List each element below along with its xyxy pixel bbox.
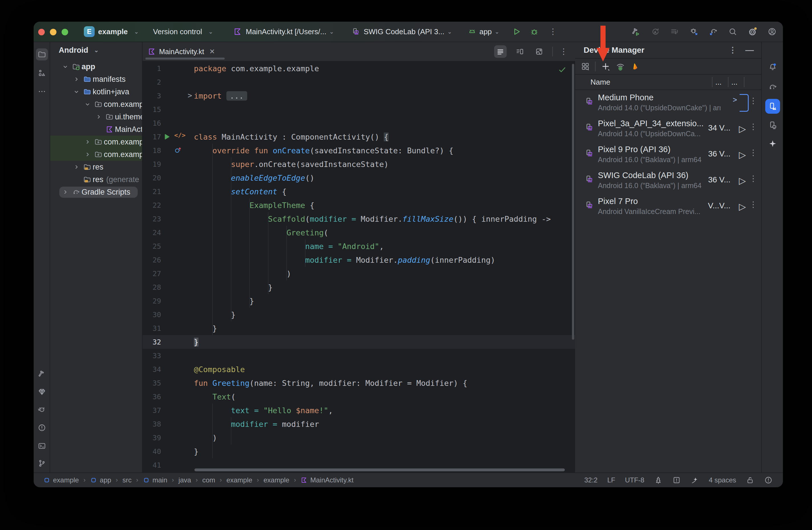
code-line-32[interactable]: 32} (143, 335, 575, 349)
chevron-right-icon[interactable] (93, 114, 104, 120)
tree-item-com-examp[interactable]: com.examp (50, 148, 142, 161)
code-line-3[interactable]: 3>import ... (143, 89, 575, 103)
code-line-21[interactable]: 21 setContent { (143, 185, 575, 198)
tool-strip-item-build[interactable] (36, 368, 48, 380)
device-options-button[interactable]: ⋮ (749, 201, 757, 209)
tool-strip-item-logcat[interactable] (36, 404, 48, 416)
target-device-selector[interactable]: SWIG CodeLab (API 3... (363, 27, 444, 36)
code-line-19[interactable]: 19 super.onCreate(savedInstanceState) (143, 157, 575, 171)
editor-horizontal-scrollbar[interactable] (194, 469, 565, 471)
code-line-16[interactable]: 16 (143, 116, 575, 130)
code-line-35[interactable]: 35fun Greeting(name: String, modifier: M… (143, 376, 575, 390)
chevron-right-icon[interactable] (71, 76, 82, 83)
breadcrumb-item-com[interactable]: com (202, 476, 215, 484)
code-line-26[interactable]: 26 modifier = Modifier.padding(innerPadd… (143, 253, 575, 267)
panel-options-button[interactable]: ⋮ (729, 46, 737, 54)
breadcrumb-item-example[interactable]: example (263, 476, 289, 484)
chevron-right-icon[interactable] (71, 164, 82, 171)
code-line-38[interactable]: 38 modifier = modifier (143, 417, 575, 431)
maximize-window-button[interactable] (62, 29, 68, 35)
device-row-swig-codelab-api-36-[interactable]: SWIG CodeLab (API 36)Android 16.0 ("Bakl… (575, 168, 761, 194)
code-line-31[interactable]: 31 } (143, 321, 575, 335)
code-line-23[interactable]: 23 Scaffold(modifier = Modifier.fillMaxS… (143, 212, 575, 226)
breadcrumb-item-java[interactable]: java (178, 476, 191, 484)
code-line-17[interactable]: 17</>class MainActivity : ComponentActiv… (143, 130, 575, 144)
tool-strip-item-problems[interactable] (36, 422, 48, 434)
account-avatar-button[interactable] (768, 27, 777, 36)
breadcrumb-item-example[interactable]: example (227, 476, 252, 484)
column-divider[interactable] (712, 77, 712, 87)
ai-assistant-disabled-icon[interactable] (691, 476, 699, 484)
caret-position-widget[interactable]: 32:2 (584, 476, 598, 484)
code-line-36[interactable]: 36 Text( (143, 390, 575, 403)
project-name-widget[interactable]: example (98, 27, 128, 36)
code-line-39[interactable]: 39 ) (143, 431, 575, 444)
device-options-button[interactable]: ⋮ (749, 175, 757, 183)
device-row-pixel-7-pro[interactable]: Pixel 7 ProAndroid VanillaIceCream Previ… (575, 194, 761, 220)
code-line-29[interactable]: 29 } (143, 294, 575, 308)
breadcrumb-item-example[interactable]: example (43, 476, 79, 484)
column-divider[interactable] (728, 77, 728, 87)
code-line-20[interactable]: 20 enableEdgeToEdge() (143, 171, 575, 185)
code-line-15[interactable]: 15 (143, 103, 575, 116)
code-line-2[interactable]: 2 (143, 75, 575, 89)
search-everywhere-button[interactable] (728, 27, 737, 36)
tree-item-manifests[interactable]: manifests (50, 73, 142, 86)
device-options-button[interactable]: ⋮ (749, 123, 757, 131)
device-type-filter-button[interactable] (581, 62, 590, 71)
tool-strip-item-device-manager[interactable] (765, 99, 780, 114)
chevron-down-icon[interactable] (82, 101, 93, 108)
code-view-button[interactable] (494, 45, 507, 58)
expand-device-details-button[interactable]: > (740, 94, 749, 112)
file-path-widget[interactable]: MainActivity.kt [/Users/... (246, 27, 327, 36)
device-row-medium-phone[interactable]: Medium PhoneAndroid 14.0 ("UpsideDownCak… (575, 90, 761, 116)
firebase-device-streaming-button[interactable] (630, 62, 639, 71)
pair-wifi-device-button[interactable] (615, 61, 625, 71)
composable-preview-gutter-icon[interactable]: </> (174, 132, 186, 139)
highlighting-level-icon[interactable] (654, 476, 663, 484)
chevron-down-icon[interactable] (71, 88, 82, 95)
start-device-button[interactable]: ▷ (739, 201, 746, 212)
start-device-button[interactable]: ▷ (739, 149, 746, 160)
tree-item-gradle-scripts[interactable]: Gradle Scripts (50, 186, 142, 198)
code-line-25[interactable]: 25 name = "Android", (143, 239, 575, 253)
column-divider[interactable] (744, 77, 744, 87)
tool-strip-item-project[interactable] (36, 48, 48, 60)
more-run-options-button[interactable]: ⋮ (549, 28, 557, 35)
code-line-40[interactable]: 40} (143, 444, 575, 458)
build-project-button[interactable] (631, 27, 640, 36)
project-view-selector[interactable]: Android ⌄ (50, 42, 142, 58)
device-row-pixel-3a-api-34-extensio-[interactable]: Pixel_3a_API_34_extensio...Android 14.0 … (575, 116, 761, 142)
tool-strip-item-terminal[interactable] (36, 440, 48, 452)
inspection-widget-icon[interactable] (672, 476, 681, 484)
inspections-ok-icon[interactable] (558, 65, 566, 74)
chevron-right-icon[interactable] (82, 151, 93, 158)
gradle-sync-button[interactable] (709, 27, 718, 36)
breadcrumb-item-src[interactable]: src (122, 476, 131, 484)
debug-button[interactable] (530, 27, 539, 36)
tree-item-app[interactable]: app (50, 60, 142, 73)
api-column-header[interactable]: ... (715, 78, 722, 87)
tree-item-ui-theme[interactable]: ui.theme (50, 111, 142, 123)
breadcrumb-item-app[interactable]: app (90, 476, 111, 484)
vcs-widget[interactable]: Version control (153, 27, 202, 36)
code-line-28[interactable]: 28 } (143, 280, 575, 294)
tree-item-res[interactable]: res (50, 161, 142, 173)
code-line-33[interactable]: 33 (143, 349, 575, 363)
chevron-right-icon[interactable] (82, 138, 93, 145)
add-device-button[interactable] (601, 61, 610, 71)
writable-lock-icon[interactable] (746, 476, 754, 484)
code-line-24[interactable]: 24 Greeting( (143, 226, 575, 239)
fold-expander-icon[interactable]: > (188, 91, 192, 100)
run-config-selector[interactable]: app (479, 27, 492, 36)
settings-gear-button[interactable] (748, 27, 757, 36)
breadcrumb-item-mainactivity-kt[interactable]: MainActivity.kt (301, 476, 353, 484)
chevron-down-icon[interactable] (60, 63, 71, 70)
attach-debugger-button[interactable] (690, 27, 698, 36)
code-line-30[interactable]: 30 } (143, 308, 575, 321)
minimize-window-button[interactable] (50, 29, 56, 35)
code-line-37[interactable]: 37 text = "Hello $name!", (143, 403, 575, 417)
start-device-button[interactable]: ▷ (739, 175, 746, 186)
name-column-header[interactable]: Name (591, 78, 610, 87)
tree-item-com-examp[interactable]: com.examp (50, 136, 142, 148)
